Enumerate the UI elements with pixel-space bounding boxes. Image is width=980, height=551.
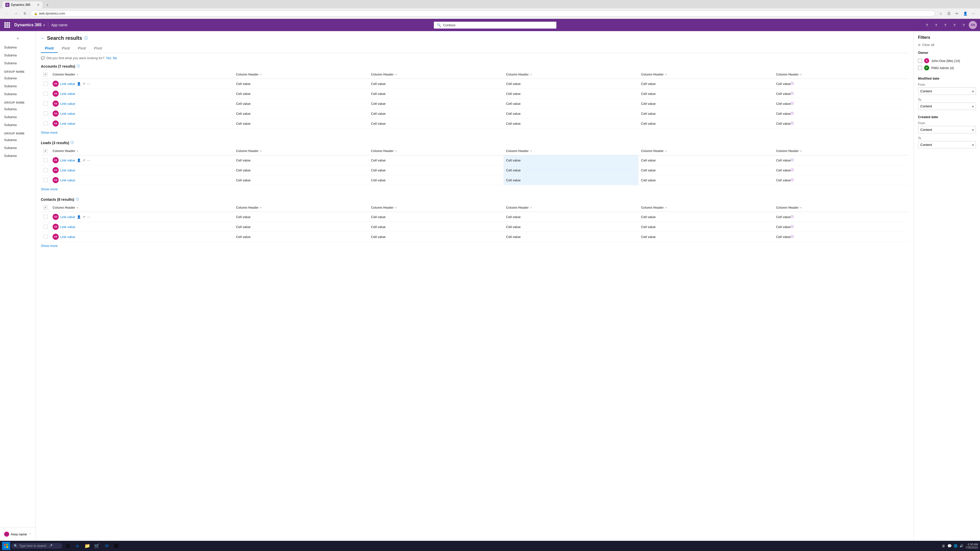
favorites-button[interactable]: ☆ [937,10,944,17]
row-link[interactable]: Link value [60,168,75,172]
leads-col2-filter-icon[interactable]: ▼ [259,150,262,152]
sidebar-item-group3-3[interactable]: Subarea [0,152,35,160]
contacts-col5-filter-icon[interactable]: ▼ [665,206,667,209]
taskbar-photos-app[interactable]: 🖼 [112,541,121,551]
modified-from-select[interactable]: Content [918,87,976,95]
row-link[interactable]: Link value [60,235,75,239]
owner-option-2[interactable]: P PMG Admin (4) [918,64,976,71]
leads-info-icon[interactable]: ⓘ [71,141,74,145]
tab-pivot-1[interactable]: Pivot [41,44,58,53]
sidebar-item-subarea-3[interactable]: Subarea [0,59,35,67]
contacts-select-all[interactable]: ✓ [43,206,48,210]
row-checkbox[interactable] [43,102,48,106]
row-share-icon[interactable]: ↗ [83,82,85,86]
help-button-1[interactable]: ? [923,21,931,29]
browser-tab-active[interactable]: D Dynamics 365 ✕ [2,1,43,8]
owner-checkbox-1[interactable] [918,59,922,63]
row-link[interactable]: Link value [60,122,75,125]
row-assign-icon[interactable]: 👤 [77,215,81,219]
waffle-menu-button[interactable] [3,21,11,29]
contacts-show-more[interactable]: Show more [41,244,58,248]
sidebar-item-subarea-2[interactable]: Subarea [0,51,35,59]
sidebar-item-group2-2[interactable]: Subarea [0,113,35,121]
new-tab-button[interactable]: + [44,1,51,8]
contacts-col2-filter-icon[interactable]: ▼ [259,206,262,209]
leads-col1-filter-icon[interactable]: ▼ [76,150,79,152]
feedback-yes-link[interactable]: Yes [106,56,111,60]
col4-filter-icon[interactable]: ▼ [530,73,532,76]
row-checkbox[interactable] [43,121,48,125]
row-share-icon[interactable]: ↗ [83,215,85,219]
feedback-no-link[interactable]: No [113,56,117,60]
results-info-icon[interactable]: ⓘ [84,36,88,41]
row-checkbox[interactable] [43,215,48,219]
taskbar-mail-app[interactable]: ✉ [102,541,111,551]
taskbar-folder-app[interactable]: 📁 [83,541,92,551]
help-button-3[interactable]: ? [941,21,950,29]
address-bar[interactable]: 🔒 web.dynamics.com [30,11,935,17]
tab-pivot-3[interactable]: Pivot [74,44,90,53]
sidebar-item-group1-3[interactable]: Subarea [0,90,35,98]
row-link[interactable]: Link value [60,178,75,182]
leads-col3-filter-icon[interactable]: ▼ [395,150,397,152]
contacts-col1-filter-icon[interactable]: ▼ [76,206,79,209]
created-to-select[interactable]: Content [918,141,976,148]
global-search-box[interactable]: 🔍 [434,22,556,29]
sidebar-item-group1-2[interactable]: Subarea [0,82,35,90]
taskbar-volume-icon[interactable]: 🔊 [959,544,963,548]
row-link[interactable]: Link value [60,225,75,229]
accounts-info-icon[interactable]: ⓘ [77,64,80,68]
back-button[interactable]: ← [3,10,10,17]
row-link[interactable]: Link value [60,92,75,96]
owner-option-1[interactable]: A John Doe (Me) (14) [918,57,976,64]
leads-col4-filter-icon[interactable]: ▼ [530,150,532,152]
row-share-icon[interactable]: ↗ [83,159,85,162]
tab-pivot-4[interactable]: Pivot [90,44,106,53]
created-from-select[interactable]: Content [918,126,976,133]
refresh-button[interactable]: ↻ [21,10,29,17]
taskbar-network-icon[interactable]: 🌐 [954,544,958,548]
sidebar-item-group2-1[interactable]: Subarea [0,105,35,113]
entity-name[interactable]: App name [51,23,68,27]
col3-filter-icon[interactable]: ▼ [395,73,397,76]
accounts-show-more[interactable]: Show more [41,130,58,135]
sidebar-item-group1-1[interactable]: Subarea [0,74,35,82]
row-checkbox[interactable] [43,82,48,86]
start-button[interactable] [2,542,10,550]
sidebar-item-group3-1[interactable]: Subarea [0,136,35,144]
row-checkbox[interactable] [43,225,48,229]
row-link[interactable]: Link value [60,215,75,219]
sidebar-item-subarea-1[interactable]: Subarea [0,43,35,51]
leads-show-more[interactable]: Show more [41,187,58,191]
row-assign-icon[interactable]: 👤 [77,159,81,162]
sidebar-area-name[interactable]: AN Area name ⌃ [0,530,35,539]
app-name-dropdown[interactable]: Dynamics 365 ∨ [14,23,45,27]
notifications-button[interactable]: ? [959,21,968,29]
row-checkbox[interactable] [43,168,48,172]
col6-filter-icon[interactable]: ▼ [800,73,802,76]
leads-col6-filter-icon[interactable]: ▼ [800,150,802,152]
row-more-icon[interactable]: ⋯ [87,82,90,86]
leads-select-all[interactable]: ✓ [43,149,48,153]
taskbar-app-1[interactable]: ⊞ [63,541,73,551]
contacts-col6-filter-icon[interactable]: ▼ [800,206,802,209]
contacts-col4-filter-icon[interactable]: ▼ [530,206,532,209]
col5-filter-icon[interactable]: ▼ [665,73,667,76]
taskbar-show-desktop-icon[interactable]: 🖥 [942,544,945,548]
taskbar-action-center-icon[interactable]: 💬 [947,544,952,548]
tab-pivot-2[interactable]: Pivot [58,44,74,53]
leads-col5-filter-icon[interactable]: ▼ [665,150,667,152]
global-search-input[interactable] [443,23,553,27]
col2-filter-icon[interactable]: ▼ [259,73,262,76]
contacts-col3-filter-icon[interactable]: ▼ [395,206,397,209]
sidebar-item-group2-3[interactable]: Subarea [0,121,35,129]
row-link[interactable]: Link value [60,112,75,116]
modified-to-select[interactable]: Content [918,103,976,110]
taskbar-store-app[interactable]: 🛒 [92,541,102,551]
sidebar-collapse-button[interactable]: ≡ [14,34,22,42]
col1-filter-icon[interactable]: ▼ [76,73,79,76]
row-link[interactable]: Link value [60,82,75,86]
owner-checkbox-2[interactable] [918,66,922,70]
taskbar-search-box[interactable]: 🔍 Type here to search 🎤 [11,543,62,549]
back-button[interactable]: ← [41,36,45,41]
